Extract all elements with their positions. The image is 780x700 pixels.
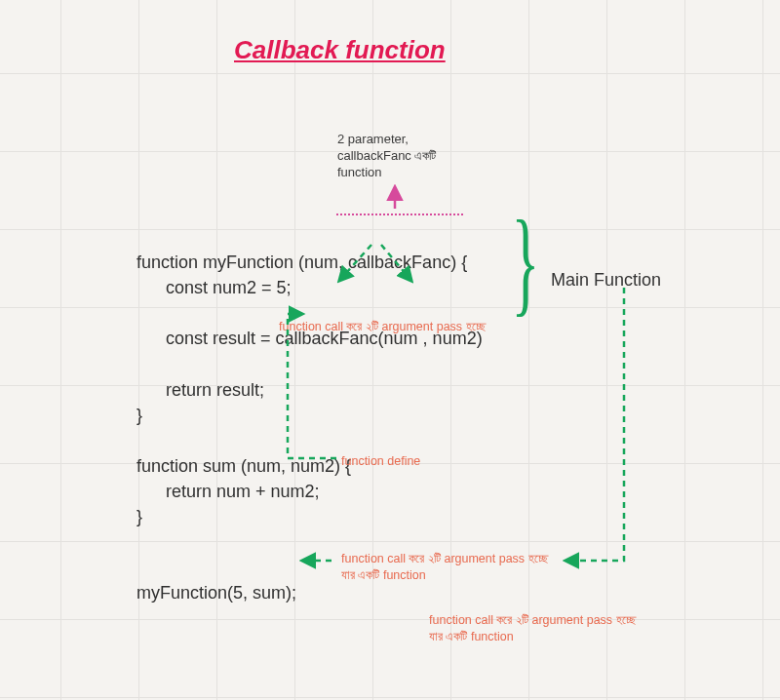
annotation-myfunction-call: function call করে ২টি argument pass হচ্ছ…: [341, 551, 548, 584]
code-line-6: return result;: [136, 380, 264, 400]
code-line-10: return num + num2;: [136, 482, 320, 501]
code-line-14: myFunction(5, sum);: [136, 583, 296, 603]
annotation-callback-call: function call করে ২টি argument pass হচ্ছ…: [279, 319, 486, 335]
dotted-underline: [336, 214, 463, 215]
code-line-9: function sum (num, num2) {: [136, 456, 351, 476]
code-line-1: function myFunction (num, callbackFanc) …: [136, 253, 467, 272]
annotation-myfunction-call-2: function call করে ২টি argument pass হচ্ছ…: [429, 612, 636, 645]
code-line-11: }: [136, 507, 142, 526]
parameter-note-line3: function: [337, 165, 382, 179]
parameter-note: 2 parameter, callbackFanc একটি function: [337, 132, 436, 181]
main-function-label: Main Function: [551, 270, 661, 291]
code-block: function myFunction (num, callbackFanc) …: [136, 224, 483, 605]
parameter-note-line2: callbackFanc একটি: [337, 148, 436, 163]
code-line-7: }: [136, 406, 142, 425]
parameter-note-line1: 2 parameter,: [337, 132, 409, 146]
brace-icon: }: [511, 204, 539, 321]
diagram-title: Callback function: [234, 35, 446, 65]
annotation-function-define: function define: [341, 453, 420, 470]
arrow-mainfn-to-call-icon: [566, 288, 624, 561]
code-line-2: const num2 = 5;: [136, 278, 292, 297]
